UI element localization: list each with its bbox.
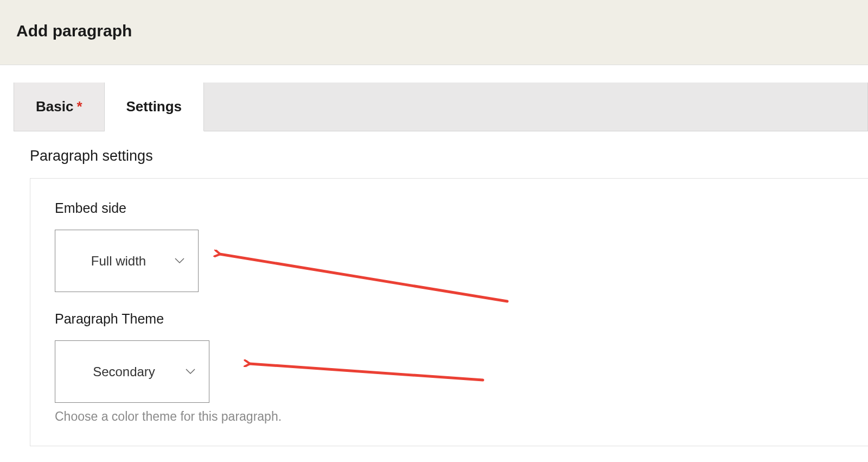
field-paragraph-theme: Paragraph Theme Secondary Choose a color… [55,311,868,424]
chevron-down-icon [186,369,195,375]
field-embed-side: Embed side Full width [55,200,868,292]
paragraph-theme-value: Secondary [93,364,155,379]
tab-basic[interactable]: Basic * [14,83,105,131]
section-title: Paragraph settings [30,148,868,164]
tabs-spacer [204,83,867,131]
embed-side-value: Full width [91,254,146,269]
embed-side-select[interactable]: Full width [55,230,199,292]
content-wrap: Basic * Settings Paragraph settings Embe… [0,83,868,446]
paragraph-theme-help: Choose a color theme for this paragraph. [55,409,868,424]
paragraph-theme-label: Paragraph Theme [55,311,868,327]
tab-basic-label: Basic [36,98,73,115]
chevron-down-icon [175,258,184,264]
tab-settings-label: Settings [126,98,182,115]
tab-settings[interactable]: Settings [105,83,205,131]
tab-body: Paragraph settings Embed side Full width… [14,131,868,446]
page-title: Add paragraph [16,22,852,40]
embed-side-label: Embed side [55,200,868,216]
paragraph-theme-select[interactable]: Secondary [55,340,209,403]
tabs-bar: Basic * Settings [14,83,868,131]
page-header: Add paragraph [0,0,868,65]
required-asterisk-icon: * [76,98,82,115]
settings-fieldset: Embed side Full width Paragraph Theme Se… [30,178,868,446]
